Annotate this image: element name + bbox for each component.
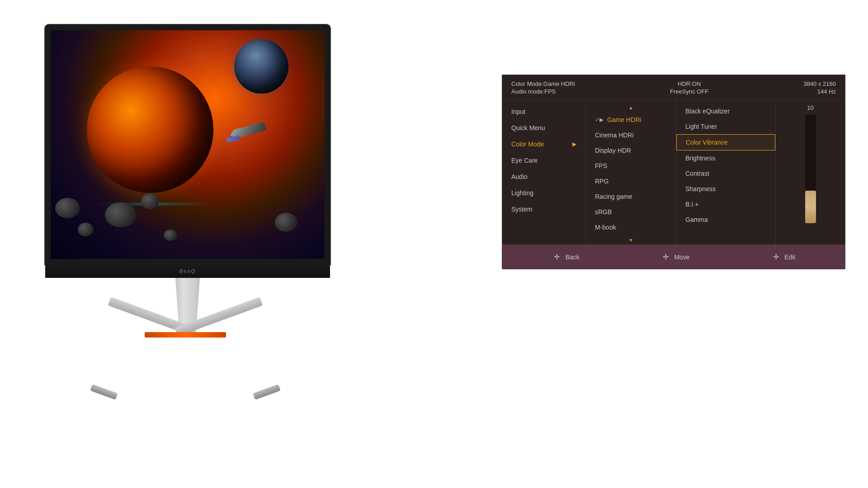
sidebar-item-audio[interactable]: Audio — [502, 169, 585, 185]
eye-care-label: Eye Care — [511, 157, 538, 164]
m-book-label: M-book — [595, 224, 616, 231]
back-button[interactable]: ✛ Back — [552, 252, 580, 262]
cinema-hdri-label: Cinema HDRi — [595, 131, 634, 139]
resolution-status: 3840 x 2160 — [803, 80, 836, 87]
monitor-stand-base — [81, 328, 289, 409]
asteroid — [141, 193, 159, 209]
status-center: HDR:ON FreeSync OFF — [670, 80, 708, 95]
asteroid — [275, 213, 297, 232]
sidebar-item-eye-care[interactable]: Eye Care — [502, 152, 585, 169]
spaceship — [223, 115, 272, 146]
edit-button[interactable]: ✛ Edit — [771, 252, 795, 262]
option-gamma[interactable]: Gamma — [676, 212, 775, 227]
srgb-label: sRGB — [595, 208, 612, 216]
color-vibrance-label: Color Vibrance — [686, 139, 727, 146]
option-black-equalizer[interactable]: Black eQualizer — [676, 103, 775, 119]
sidebar-item-quick-menu[interactable]: Quick Menu — [502, 120, 585, 136]
audio-mode-status: Audio mode:FPS — [511, 88, 575, 95]
color-mode-label: Color Mode: — [511, 80, 543, 87]
racing-game-label: Racing game — [595, 193, 632, 200]
color-mode-status: Color Mode:Game HDRi — [511, 80, 575, 87]
back-joystick-icon: ✛ — [552, 252, 562, 262]
monitor-screen — [51, 30, 325, 259]
move-label: Move — [674, 253, 689, 261]
asteroid — [105, 202, 137, 227]
back-label: Back — [566, 253, 580, 261]
submenu-item-cinema-hdri[interactable]: Cinema HDRi — [586, 127, 676, 143]
color-mode-value: Game HDRi — [543, 80, 575, 87]
submenu-item-m-book[interactable]: M-book — [586, 220, 676, 235]
refresh-rate-status: 144 Hz — [817, 88, 836, 95]
submenu-item-game-hdri[interactable]: ✓▶ Game HDRi — [586, 112, 676, 127]
option-sharpness[interactable]: Sharpness — [676, 181, 775, 197]
slider-fill — [805, 191, 816, 223]
asteroids — [51, 178, 325, 245]
scroll-up-icon: ▲ — [586, 103, 676, 112]
asteroid — [78, 223, 94, 236]
main-menu-column: Input Quick Menu Color Mode ▶ Eye Care A… — [502, 100, 586, 244]
slider-column: 10 — [776, 100, 845, 244]
asteroid — [55, 198, 80, 218]
options-menu-column: Black eQualizer Light Tuner Color Vibran… — [676, 100, 776, 244]
fps-label: FPS — [595, 162, 607, 169]
check-icon: ✓▶ — [595, 117, 604, 123]
option-contrast[interactable]: Contrast — [676, 166, 775, 181]
osd-bottom-bar: ✛ Back ✛ Move ✛ Edit — [502, 244, 845, 269]
sidebar-item-lighting[interactable]: Lighting — [502, 185, 585, 201]
stand-foot-right — [253, 384, 281, 400]
submenu-item-srgb[interactable]: sRGB — [586, 204, 676, 220]
hdr-status: HDR:ON — [678, 80, 701, 87]
system-label: System — [511, 206, 533, 213]
sidebar-item-system[interactable]: System — [502, 201, 585, 217]
quick-menu-label: Quick Menu — [511, 124, 545, 131]
gamma-label: Gamma — [685, 216, 708, 223]
option-light-tuner[interactable]: Light Tuner — [676, 119, 775, 134]
brightness-label: Brightness — [685, 155, 715, 162]
sharpness-label: Sharpness — [685, 185, 716, 192]
move-button[interactable]: ✛ Move — [660, 252, 689, 262]
black-equalizer-label: Black eQualizer — [685, 108, 730, 115]
sidebar-item-input[interactable]: Input — [502, 103, 585, 120]
audio-mode-value: FPS — [544, 88, 556, 95]
game-hdri-label: Game HDRi — [607, 116, 641, 123]
monitor: BenQ — [18, 25, 344, 432]
submenu-item-rpg[interactable]: RPG — [586, 174, 676, 189]
sub-menu-column: ▲ ✓▶ Game HDRi Cinema HDRi Display HDR F… — [586, 100, 676, 244]
freesync-value: OFF — [697, 88, 708, 95]
osd-content: Input Quick Menu Color Mode ▶ Eye Care A… — [502, 100, 845, 244]
audio-label: Audio — [511, 173, 528, 180]
option-bi-plus[interactable]: B.I.+ — [676, 197, 775, 212]
slider-value: 10 — [807, 104, 813, 111]
freesync-label: FreeSync — [670, 88, 695, 95]
option-brightness[interactable]: Brightness — [676, 150, 775, 166]
monitor-screen-wrapper — [45, 25, 330, 264]
stand-foot-left — [90, 384, 118, 400]
color-mode-label-menu: Color Mode — [511, 141, 544, 148]
freesync-status: FreeSync OFF — [670, 88, 708, 95]
hdr-value: ON — [692, 80, 701, 87]
status-right: 3840 x 2160 144 Hz — [803, 80, 836, 95]
move-joystick-icon: ✛ — [660, 252, 670, 262]
slider-track[interactable] — [805, 115, 816, 223]
option-color-vibrance[interactable]: Color Vibrance — [676, 134, 775, 150]
submenu-item-fps[interactable]: FPS — [586, 158, 676, 174]
bi-plus-label: B.I.+ — [685, 201, 698, 208]
submenu-item-racing-game[interactable]: Racing game — [586, 189, 676, 204]
edit-joystick-icon: ✛ — [771, 252, 781, 262]
hdr-label: HDR: — [678, 80, 692, 87]
osd-menu: Color Mode:Game HDRi Audio mode:FPS HDR:… — [502, 75, 845, 269]
lighting-label: Lighting — [511, 189, 533, 197]
submenu-item-display-hdr[interactable]: Display HDR — [586, 143, 676, 158]
planet-large — [87, 66, 213, 193]
audio-mode-label: Audio mode: — [511, 88, 544, 95]
monitor-logo-text: BenQ — [179, 268, 196, 274]
sidebar-item-color-mode[interactable]: Color Mode ▶ — [502, 136, 585, 152]
monitor-bezel-bottom: BenQ — [45, 264, 330, 278]
planet-small — [234, 39, 288, 94]
rpg-label: RPG — [595, 178, 609, 185]
stand-accent — [145, 332, 226, 338]
light-tuner-label: Light Tuner — [685, 123, 717, 130]
asteroid — [164, 230, 177, 241]
status-left: Color Mode:Game HDRi Audio mode:FPS — [511, 80, 575, 95]
input-label: Input — [511, 108, 525, 115]
